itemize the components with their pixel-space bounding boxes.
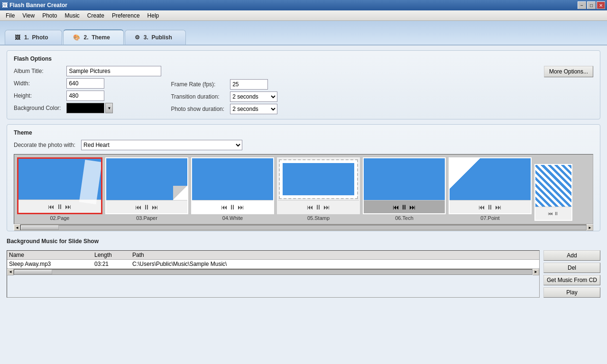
flash-options-title: Flash Options	[14, 55, 593, 62]
transition-label: Transition duration:	[171, 93, 226, 100]
thumb-img-03: 📌 ⏮ ⏸ ⏭	[105, 157, 188, 214]
thumb-top-04	[192, 158, 273, 200]
theme-thumb-02[interactable]: ⏮ ⏸ ⏭ 02.Page	[17, 157, 102, 221]
music-scrollbar: ◄ ►	[7, 268, 539, 275]
wizard-tabs: 🖼 1. Photo 🎨 2. Theme ⚙ 3. Publish	[0, 21, 607, 46]
thumb-label-05: 05.Stamp	[307, 215, 330, 221]
theme-thumb-07[interactable]: ⏮ ⏸ ⏭ 07.Point	[449, 157, 532, 221]
theme-thumb-03[interactable]: 📌 ⏮ ⏸ ⏭ 03.Paper	[105, 157, 188, 221]
frame-rate-label: Frame Rate (fps):	[171, 81, 226, 88]
theme-thumb-05[interactable]: ⏮ ⏸ ⏭ 05.Stamp	[277, 157, 360, 221]
menu-help[interactable]: Help	[144, 11, 163, 20]
music-buttons: Add Del Get Music From CD Play	[543, 250, 600, 298]
thumb-top-03: 📌	[106, 158, 187, 200]
frame-rate-input[interactable]	[230, 79, 268, 90]
theme-thumb-06[interactable]: ⏮ ⏸ ⏭ 06.Tech	[363, 157, 446, 221]
menu-view[interactable]: View	[18, 11, 38, 20]
music-area: Name Length Path Sleep Away.mp3 03:21 C:…	[7, 250, 600, 298]
thumb-img-08: ⏮ ⏸	[534, 164, 572, 221]
title-bar: 🖼 Flash Banner Creator − □ ✕	[0, 0, 607, 10]
tab-theme[interactable]: 🎨 2. Theme	[63, 29, 124, 45]
title-bar-controls: − □ ✕	[578, 1, 605, 9]
menu-create[interactable]: Create	[83, 11, 108, 20]
thumb-controls-08: ⏮ ⏸	[535, 207, 571, 220]
get-music-button[interactable]: Get Music From CD	[543, 275, 600, 285]
thumb-img-07: ⏮ ⏸ ⏭	[449, 157, 532, 214]
height-label: Height:	[14, 92, 63, 99]
menu-photo[interactable]: Photo	[38, 11, 61, 20]
scroll-left-button[interactable]: ◄	[14, 224, 20, 231]
music-track-name: Sleep Away.mp3	[9, 261, 94, 267]
photo-show-label: Photo show duration:	[171, 106, 226, 112]
maximize-button[interactable]: □	[587, 1, 596, 9]
theme-dropdown[interactable]: Red Heart Blue Heart	[81, 140, 242, 150]
music-scroll-track[interactable]	[14, 269, 533, 275]
bg-color-picker: ▼	[66, 103, 161, 113]
minimize-button[interactable]: −	[578, 1, 586, 9]
scroll-right-button[interactable]: ►	[587, 224, 593, 231]
theme-thumb-04[interactable]: ⏮ ⏸ ⏭ 04.White	[191, 157, 274, 221]
music-track-path: C:\Users\Public\Music\Sample Music\	[132, 261, 537, 267]
thumb-label-07: 07.Point	[480, 215, 499, 221]
gallery-scrollbar: ◄ ►	[14, 224, 593, 231]
thumb-label-04: 04.White	[222, 215, 243, 221]
more-options-button[interactable]: More Options...	[544, 66, 593, 77]
app-icon: 🖼	[2, 2, 8, 9]
thumb-top-02	[18, 159, 101, 200]
thumb-top-07	[450, 158, 531, 200]
scroll-track[interactable]	[20, 225, 587, 230]
add-music-button[interactable]: Add	[543, 250, 600, 261]
del-music-button[interactable]: Del	[543, 263, 600, 273]
height-input[interactable]	[66, 91, 104, 101]
theme-tab-icon: 🎨	[73, 34, 80, 41]
thumb-top-08	[535, 165, 571, 207]
thumb-controls-06: ⏮ ⏸ ⏭	[364, 200, 445, 213]
music-col-name: Name	[9, 252, 94, 258]
play-music-button[interactable]: Play	[543, 287, 600, 298]
main-area: 🖼 1. Photo 🎨 2. Theme ⚙ 3. Publish Flash…	[0, 21, 607, 364]
width-label: Width:	[14, 80, 63, 87]
close-button[interactable]: ✕	[597, 1, 605, 9]
content-area: Flash Options Album Title: Width: Height…	[0, 46, 607, 364]
thumb-label-06: 06.Tech	[395, 215, 414, 221]
menu-music[interactable]: Music	[61, 11, 83, 20]
thumb-img-06: ⏮ ⏸ ⏭	[363, 157, 446, 214]
thumb-label-03: 03.Paper	[136, 215, 157, 221]
publish-tab-icon: ⚙	[135, 34, 140, 41]
music-scroll-left[interactable]: ◄	[7, 269, 14, 275]
music-scroll-right[interactable]: ►	[533, 269, 539, 275]
music-col-path: Path	[132, 252, 537, 258]
title-bar-left: 🖼 Flash Banner Creator	[2, 2, 67, 9]
menu-file[interactable]: File	[2, 11, 18, 20]
thumb-controls-03: ⏮ ⏸ ⏭	[106, 200, 187, 213]
color-dropdown-arrow[interactable]: ▼	[105, 103, 113, 113]
thumb-img-04: ⏮ ⏸ ⏭	[191, 157, 274, 214]
thumb-top-05	[280, 160, 357, 198]
theme-thumb-08[interactable]: ⏮ ⏸	[534, 164, 572, 221]
thumb-controls-04: ⏮ ⏸ ⏭	[192, 200, 273, 213]
color-swatch[interactable]	[66, 103, 104, 113]
music-track-length: 03:21	[94, 261, 132, 267]
menu-bar: File View Photo Music Create Preference …	[0, 10, 607, 21]
flash-options-section: Flash Options Album Title: Width: Height…	[7, 50, 600, 119]
music-scroll-thumb[interactable]	[14, 270, 52, 274]
thumb-img-02: ⏮ ⏸ ⏭	[17, 157, 102, 214]
tab-photo-label: 1. Photo	[24, 34, 48, 41]
theme-gallery[interactable]: ⏮ ⏸ ⏭ 02.Page 📌 ⏮ ⏸ ⏭ 03.Paper	[14, 154, 593, 224]
music-section: Background Music for Slide Show Name Len…	[7, 236, 600, 298]
music-header: Name Length Path	[7, 251, 539, 260]
thumb-controls-05: ⏮ ⏸ ⏭	[278, 200, 359, 213]
menu-preference[interactable]: Preference	[108, 11, 144, 20]
width-input[interactable]	[66, 78, 104, 89]
music-track-row[interactable]: Sleep Away.mp3 03:21 C:\Users\Public\Mus…	[7, 260, 539, 268]
transition-select[interactable]: 2 seconds 3 seconds 4 seconds	[230, 91, 277, 102]
tab-publish[interactable]: ⚙ 3. Publish	[125, 30, 186, 45]
thumb-img-05: ⏮ ⏸ ⏭	[277, 157, 360, 214]
album-title-input[interactable]	[66, 66, 161, 76]
scroll-thumb[interactable]	[21, 225, 59, 230]
photo-show-select[interactable]: 2 seconds 3 seconds 4 seconds	[230, 104, 277, 114]
theme-row: Decorate the photo with: Red Heart Blue …	[14, 140, 593, 150]
music-section-title: Background Music for Slide Show	[7, 236, 600, 246]
thumb-top-06	[364, 158, 445, 200]
tab-photo[interactable]: 🖼 1. Photo	[5, 30, 62, 45]
